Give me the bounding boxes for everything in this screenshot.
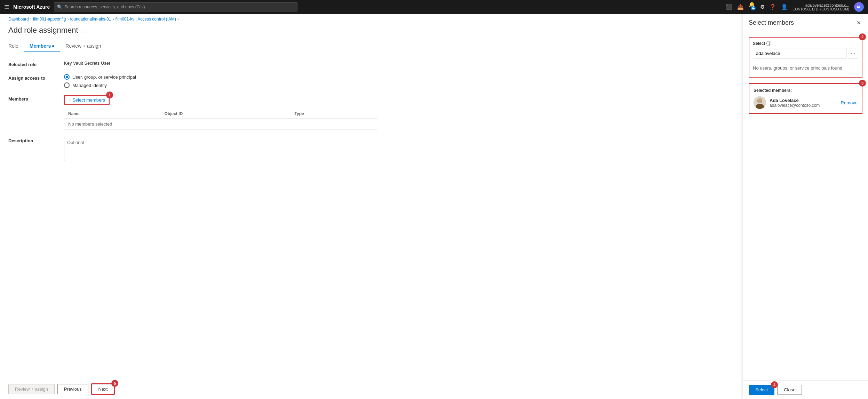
remove-member-button[interactable]: Remove bbox=[841, 100, 858, 105]
member-name: Ada Lovelace bbox=[770, 98, 837, 103]
col-name: Name bbox=[64, 109, 160, 119]
topbar-icons: ⬛ 📤 🔔4 ⚙ ❓ 👤 adalovelace@contoso.c... CO… bbox=[726, 1, 864, 13]
assign-access-row: Assign access to User, group, or service… bbox=[8, 74, 734, 88]
settings-icon[interactable]: ⚙ bbox=[760, 4, 765, 10]
annotation-3: 3 bbox=[859, 80, 866, 87]
assign-access-options: User, group, or service principal Manage… bbox=[64, 74, 734, 88]
annotation-4: 4 bbox=[771, 381, 778, 388]
radio-circle-unselected bbox=[64, 82, 70, 88]
description-label: Description bbox=[8, 137, 64, 143]
member-email: adalovelace@contoso.com bbox=[770, 103, 837, 108]
notifications-icon[interactable]: 🔔4 bbox=[749, 1, 755, 13]
breadcrumb-iam[interactable]: fllm001-kv | Access control (IAM) bbox=[116, 17, 176, 22]
topbar: ☰ Microsoft Azure 🔍 Search resources, se… bbox=[0, 0, 868, 14]
no-members-message: No members selected bbox=[64, 119, 377, 130]
search-label: Select ℹ bbox=[753, 41, 858, 46]
left-panel: Dashboard › fllm001-appconfig › foundati… bbox=[0, 14, 743, 399]
right-panel: Select members ✕ 2 Select ℹ ⋯ No users, … bbox=[743, 14, 868, 399]
select-members-button[interactable]: + Select members bbox=[65, 96, 109, 104]
assign-access-label: Assign access to bbox=[8, 74, 64, 81]
search-placeholder-text: Search resources, services, and docs (G+… bbox=[64, 5, 145, 9]
hamburger-icon[interactable]: ☰ bbox=[4, 4, 9, 10]
breadcrumb-dashboard[interactable]: Dashboard bbox=[8, 17, 29, 22]
col-object-id: Object ID bbox=[160, 109, 290, 119]
members-row: Members 1 + Select members Name Object I… bbox=[8, 95, 734, 130]
selected-role-label: Selected role bbox=[8, 61, 64, 67]
avatar[interactable]: AL bbox=[854, 2, 864, 12]
selected-members-label: Selected members: bbox=[754, 88, 858, 93]
user-name: adalovelace@contoso.c... bbox=[793, 3, 849, 7]
description-textarea[interactable] bbox=[64, 137, 342, 161]
tab-role[interactable]: Role bbox=[8, 40, 24, 52]
members-content: 1 + Select members Name Object ID Type bbox=[64, 95, 734, 130]
radio-label-user-group: User, group, or service principal bbox=[72, 74, 136, 80]
info-icon[interactable]: ℹ bbox=[766, 41, 771, 46]
svg-point-3 bbox=[758, 98, 762, 103]
right-panel-bottom: 4 Select Close bbox=[743, 380, 868, 399]
user-org: CONTOSO, LTD. (CONTOSO.COM) bbox=[793, 7, 849, 11]
global-search[interactable]: 🔍 Search resources, services, and docs (… bbox=[54, 2, 297, 11]
cloud-shell-icon[interactable]: ⬛ bbox=[726, 4, 732, 10]
radio-circle-selected bbox=[64, 74, 70, 80]
bottom-bar: Review + assign Previous 5 Next bbox=[0, 379, 743, 399]
breadcrumb: Dashboard › fllm001-appconfig › foundati… bbox=[0, 14, 743, 24]
more-options-icon[interactable]: … bbox=[82, 27, 88, 34]
radio-group: User, group, or service principal Manage… bbox=[64, 74, 734, 88]
app-logo: Microsoft Azure bbox=[13, 4, 50, 10]
breadcrumb-appconfig[interactable]: fllm001-appconfig bbox=[33, 17, 66, 22]
right-panel-header: Select members ✕ bbox=[743, 14, 868, 31]
search-more-button[interactable]: ⋯ bbox=[848, 48, 858, 58]
tab-review-assign[interactable]: Review + assign bbox=[60, 40, 106, 52]
page-title-row: Add role assignment … bbox=[0, 24, 743, 40]
form-body: Selected role Key Vault Secrets User Ass… bbox=[0, 52, 743, 220]
selected-role-value: Key Vault Secrets User bbox=[64, 61, 734, 66]
member-avatar bbox=[754, 96, 766, 109]
right-panel-select-button[interactable]: Select bbox=[749, 385, 774, 395]
help-icon[interactable]: ❓ bbox=[770, 4, 776, 10]
tab-members[interactable]: Members bbox=[24, 40, 60, 52]
no-members-row: No members selected bbox=[64, 119, 377, 130]
selected-members-section: 3 Selected members: Ada Lovelace bbox=[749, 83, 862, 114]
breadcrumb-aks[interactable]: foundationallm-aks-01 bbox=[70, 17, 111, 22]
tab-dot bbox=[52, 45, 54, 47]
right-panel-close-bottom-button[interactable]: Close bbox=[777, 385, 802, 395]
notification-badge: 4 bbox=[751, 6, 756, 10]
user-profile-icon[interactable]: 👤 bbox=[781, 4, 788, 10]
page-title: Add role assignment bbox=[8, 26, 78, 35]
next-button[interactable]: Next bbox=[92, 384, 114, 394]
user-info[interactable]: adalovelace@contoso.c... CONTOSO, LTD. (… bbox=[793, 3, 849, 11]
feedback-icon[interactable]: 📤 bbox=[737, 4, 744, 10]
main-wrapper: Dashboard › fllm001-appconfig › foundati… bbox=[0, 14, 868, 399]
selected-role-row: Selected role Key Vault Secrets User bbox=[8, 61, 734, 67]
annotation-5: 5 bbox=[111, 380, 118, 387]
avatar-svg bbox=[754, 96, 766, 109]
right-panel-close-button[interactable]: ✕ bbox=[855, 19, 862, 27]
select-members-wrapper: 1 + Select members bbox=[64, 95, 110, 105]
member-info: Ada Lovelace adalovelace@contoso.com bbox=[770, 98, 837, 108]
description-input-wrapper bbox=[64, 137, 734, 162]
search-input-row: ⋯ bbox=[753, 48, 858, 58]
member-item: Ada Lovelace adalovelace@contoso.com Rem… bbox=[754, 96, 858, 109]
tabs: Role Members Review + assign bbox=[0, 40, 743, 52]
no-results-text: No users, groups, or service principals … bbox=[753, 63, 858, 73]
search-icon: 🔍 bbox=[57, 5, 62, 9]
previous-button[interactable]: Previous bbox=[57, 384, 88, 394]
members-label: Members bbox=[8, 95, 64, 102]
right-panel-body: 2 Select ℹ ⋯ No users, groups, or servic… bbox=[743, 31, 868, 380]
radio-managed-identity[interactable]: Managed identity bbox=[64, 82, 734, 88]
right-panel-title: Select members bbox=[749, 19, 794, 26]
radio-label-managed-identity: Managed identity bbox=[72, 83, 107, 88]
annotation-2: 2 bbox=[859, 33, 866, 40]
col-type: Type bbox=[290, 109, 377, 119]
next-btn-wrapper: 5 Next bbox=[91, 383, 115, 395]
select-btn-wrapper: 4 Select bbox=[749, 385, 774, 395]
annotation-1: 1 bbox=[106, 91, 113, 98]
members-table: Name Object ID Type No members selected bbox=[64, 109, 377, 130]
radio-user-group[interactable]: User, group, or service principal bbox=[64, 74, 734, 80]
review-assign-button: Review + assign bbox=[8, 384, 55, 394]
search-input[interactable] bbox=[753, 48, 846, 58]
search-section: 2 Select ℹ ⋯ No users, groups, or servic… bbox=[749, 37, 862, 78]
description-row: Description bbox=[8, 137, 734, 162]
